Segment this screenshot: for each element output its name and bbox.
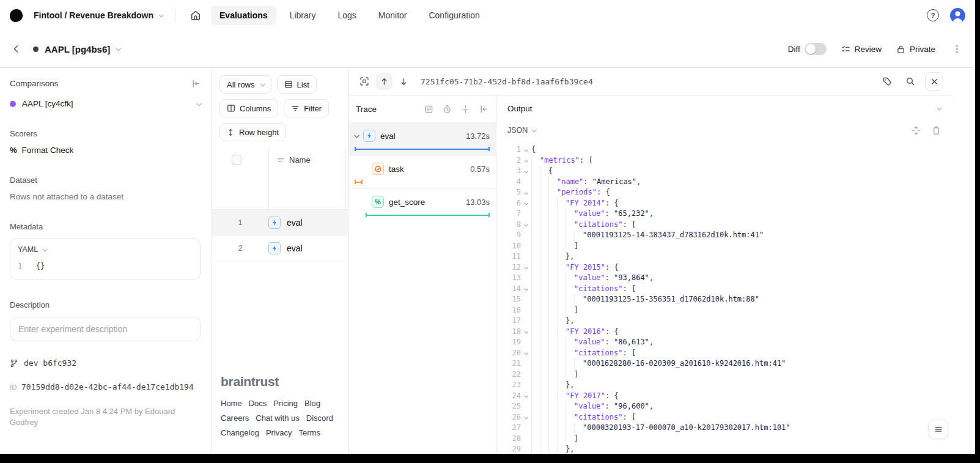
json-punctuation: : {: [605, 327, 619, 338]
fold-spacer: [521, 380, 531, 391]
trace-span-row[interactable]: eval13.72s: [348, 122, 496, 155]
fold-chevron-icon[interactable]: [521, 284, 531, 295]
footer-link-careers[interactable]: Careers: [221, 413, 249, 423]
trace-id[interactable]: 7251fc05-71b2-452d-bf8d-1aaf6fb39ce4: [421, 77, 593, 86]
fold-chevron-icon[interactable]: [521, 348, 531, 359]
indent-guide: [548, 251, 557, 262]
columns-button[interactable]: Columns: [219, 99, 278, 117]
metadata-content[interactable]: {}: [36, 261, 45, 270]
trace-detail-panel: 7251fc05-71b2-452d-bf8d-1aaf6fb39ce4: [348, 68, 952, 454]
tab-monitor[interactable]: Monitor: [370, 6, 416, 25]
expand-json-icon[interactable]: [912, 126, 921, 135]
footer-link-chat-with-us[interactable]: Chat with us: [256, 413, 300, 423]
trace-span-row[interactable]: task0.57s: [348, 155, 496, 188]
tab-evaluations[interactable]: Evaluations: [211, 6, 276, 25]
line-number: 14: [503, 284, 521, 295]
comparison-experiment-item[interactable]: AAPL [cy4cfk]: [10, 99, 201, 108]
line-number: 8: [503, 220, 521, 231]
indent-guide: [548, 434, 557, 445]
copy-icon[interactable]: [932, 126, 941, 135]
previous-row-button[interactable]: [375, 73, 392, 90]
help-icon[interactable]: ?: [927, 9, 939, 21]
fold-spacer: [521, 423, 531, 434]
json-punctuation: {: [548, 166, 553, 177]
fold-chevron-icon[interactable]: [521, 155, 531, 166]
floating-menu-button[interactable]: [928, 420, 948, 439]
table-row[interactable]: 2eval: [212, 235, 348, 261]
json-punctuation: : [: [622, 220, 636, 231]
list-view-button[interactable]: List: [277, 75, 317, 94]
private-button[interactable]: Private: [896, 45, 935, 54]
user-avatar[interactable]: [950, 8, 965, 23]
scorer-item[interactable]: % Format Check: [10, 146, 201, 155]
trace-span-row[interactable]: %get_score13.03s: [348, 188, 496, 221]
dataset-note: Rows not attached to a dataset: [10, 192, 201, 201]
footer-link-terms[interactable]: Terms: [299, 428, 320, 437]
footer-link-docs[interactable]: Docs: [249, 399, 267, 408]
indent-guide: [531, 166, 540, 177]
fold-chevron-icon[interactable]: [521, 187, 531, 198]
footer-link-discord[interactable]: Discord: [306, 413, 333, 423]
more-options-icon[interactable]: ⋮: [950, 43, 964, 54]
span-notes-icon[interactable]: [424, 105, 433, 114]
row-height-button[interactable]: Row height: [219, 123, 286, 141]
experiment-status-dot: [33, 46, 39, 52]
fold-chevron-icon[interactable]: [521, 391, 531, 402]
fold-chevron-icon[interactable]: [521, 327, 531, 338]
git-branch-label[interactable]: dev b6fc932: [24, 358, 76, 368]
footer-link-blog[interactable]: Blog: [304, 399, 320, 408]
tag-icon[interactable]: [879, 73, 896, 90]
fold-chevron-icon[interactable]: [521, 144, 531, 155]
tab-configuration[interactable]: Configuration: [420, 6, 488, 25]
filter-button[interactable]: Filter: [284, 99, 329, 117]
indent-guide: [548, 230, 557, 241]
align-span-icon[interactable]: [461, 105, 470, 114]
project-breadcrumb[interactable]: Fintool / Revenue Breakdown: [34, 10, 163, 20]
indent-guide: [548, 177, 557, 188]
metadata-editor[interactable]: YAML 1 {}: [10, 239, 201, 280]
collapse-panel-icon[interactable]: [191, 79, 201, 88]
json-key: "value": [574, 401, 605, 412]
footer-link-privacy[interactable]: Privacy: [266, 428, 292, 437]
header-actions: Diff Review Private ⋮: [788, 43, 964, 55]
fold-chevron-icon[interactable]: [521, 220, 531, 231]
next-row-button[interactable]: [395, 73, 412, 90]
fold-chevron-icon[interactable]: [521, 166, 531, 177]
tab-logs[interactable]: Logs: [329, 6, 364, 25]
fold-chevron-icon[interactable]: [521, 412, 531, 423]
expand-fullscreen-icon[interactable]: [356, 73, 373, 90]
chevron-down-icon[interactable]: [354, 133, 359, 138]
footer-link-pricing[interactable]: Pricing: [273, 399, 298, 408]
experiment-title[interactable]: AAPL [pg4bs6]: [33, 44, 120, 54]
footer-link-home[interactable]: Home: [221, 399, 242, 408]
created-note: Experiment created Jan 8 4:24 PM by Edou…: [10, 406, 193, 428]
collapse-tree-icon[interactable]: [479, 105, 488, 114]
format-selector[interactable]: JSON: [507, 126, 536, 135]
description-input[interactable]: [10, 317, 201, 341]
footer-link-changelog[interactable]: Changelog: [221, 428, 259, 437]
fold-spacer: [521, 316, 531, 327]
diff-toggle[interactable]: [805, 43, 827, 55]
close-panel-button[interactable]: [925, 72, 943, 91]
table-row[interactable]: 1eval: [212, 210, 348, 235]
experiment-id[interactable]: 70159dd8-d02e-42bc-af44-de17ce1db194: [21, 382, 194, 391]
fold-chevron-icon[interactable]: [521, 198, 531, 209]
breadcrumb-label: Fintool / Revenue Breakdown: [34, 10, 153, 20]
json-code-viewer[interactable]: 1{2"metrics": [3{4"name": "Americas",5"p…: [496, 139, 952, 454]
indent-guide: [557, 294, 566, 305]
back-button[interactable]: [11, 44, 21, 54]
rows-filter-dropdown[interactable]: All rows: [219, 75, 271, 94]
search-icon[interactable]: [902, 73, 919, 90]
select-all-checkbox[interactable]: [232, 155, 241, 165]
tab-library[interactable]: Library: [281, 6, 325, 25]
metadata-mode-select[interactable]: YAML: [18, 245, 38, 254]
name-column-header[interactable]: Name: [277, 155, 311, 165]
braintrust-logo-icon[interactable]: [10, 9, 23, 22]
review-button[interactable]: Review: [841, 45, 882, 54]
fold-chevron-icon[interactable]: [521, 262, 531, 273]
json-string: "96,600": [614, 401, 649, 412]
output-section-header[interactable]: Output: [496, 95, 952, 121]
code-line: 19"value": "86,613",: [503, 337, 952, 348]
home-icon[interactable]: [186, 6, 205, 24]
timer-icon[interactable]: [443, 105, 452, 114]
